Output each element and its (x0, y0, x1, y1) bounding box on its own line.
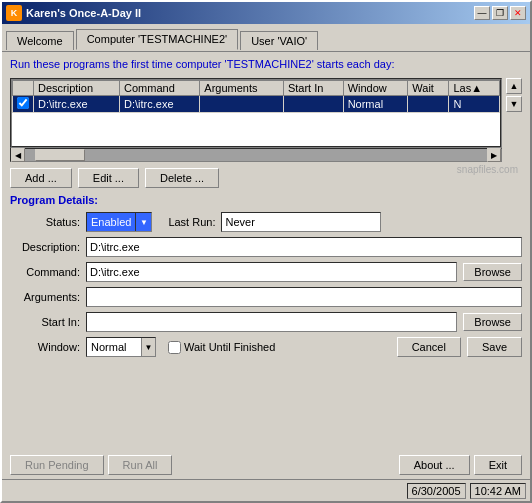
startin-label: Start In: (10, 316, 80, 328)
row-check-input[interactable] (17, 97, 29, 109)
row-command: D:\itrc.exe (120, 96, 200, 113)
arguments-row: Arguments: (10, 287, 522, 307)
watermark: snapfiles.com (457, 164, 522, 188)
hscroll-track[interactable] (25, 149, 487, 161)
status-label: Status: (10, 216, 80, 228)
edit-button[interactable]: Edit ... (78, 168, 139, 188)
status-value: Enabled (87, 216, 135, 228)
table-container: Description Command Arguments Start In W… (10, 78, 522, 162)
status-date: 6/30/2005 (407, 483, 466, 499)
save-button[interactable]: Save (467, 337, 522, 357)
footer-right: About ... Exit (399, 455, 522, 475)
program-details-form: Status: Enabled ▼ Last Run: Description:… (10, 212, 522, 357)
window-title: Karen's Once-A-Day II (26, 7, 141, 19)
arguments-label: Arguments: (10, 291, 80, 303)
title-bar: K Karen's Once-A-Day II — ❐ ✕ (2, 2, 530, 24)
window-row: Window: Normal ▼ Wait Until Finished Can… (10, 337, 522, 357)
status-dropdown-arrow[interactable]: ▼ (135, 213, 151, 231)
browse-startin-button[interactable]: Browse (463, 313, 522, 331)
col-check (13, 81, 34, 96)
status-row: Status: Enabled ▼ Last Run: (10, 212, 522, 232)
minimize-button[interactable]: — (474, 6, 490, 20)
command-input[interactable] (86, 262, 457, 282)
col-description: Description (34, 81, 120, 96)
wait-checkbox-label[interactable]: Wait Until Finished (168, 341, 275, 354)
last-run-input[interactable] (221, 212, 381, 232)
footer-row: Run Pending Run All About ... Exit (2, 451, 530, 479)
tab-bar: Welcome Computer 'TESTMACHINE2' User 'VA… (2, 24, 530, 52)
col-last: Las▲ (449, 81, 500, 96)
delete-button[interactable]: Delete ... (145, 168, 219, 188)
description-row: Description: (10, 237, 522, 257)
crud-buttons: Add ... Edit ... Delete ... snapfiles.co… (10, 168, 522, 188)
description-input[interactable] (86, 237, 522, 257)
add-button[interactable]: Add ... (10, 168, 72, 188)
restore-button[interactable]: ❐ (492, 6, 508, 20)
vscroll-down-button[interactable]: ▼ (506, 96, 522, 112)
row-last: N (449, 96, 500, 113)
app-icon: K (6, 5, 22, 21)
hscroll-left-button[interactable]: ◀ (11, 148, 25, 162)
hscroll-thumb[interactable] (35, 149, 85, 161)
wait-checkbox[interactable] (168, 341, 181, 354)
command-row: Command: Browse (10, 262, 522, 282)
row-arguments (200, 96, 284, 113)
command-label: Command: (10, 266, 80, 278)
programs-table-wrapper: Description Command Arguments Start In W… (10, 78, 502, 148)
run-pending-button[interactable]: Run Pending (10, 455, 104, 475)
startin-input[interactable] (86, 312, 457, 332)
last-run-group: Last Run: (168, 212, 381, 232)
title-bar-left: K Karen's Once-A-Day II (6, 5, 141, 21)
row-description: D:\itrc.exe (34, 96, 120, 113)
programs-table: Description Command Arguments Start In W… (12, 80, 500, 113)
wait-label: Wait Until Finished (184, 341, 275, 353)
startin-row: Start In: Browse (10, 312, 522, 332)
main-content: Run these programs the first time comput… (2, 52, 530, 451)
spacer (225, 168, 451, 188)
tab-user[interactable]: User 'VAIO' (240, 31, 318, 50)
description-label: Description: (10, 241, 80, 253)
window-label: Window: (10, 341, 80, 353)
run-all-button[interactable]: Run All (108, 455, 173, 475)
about-button[interactable]: About ... (399, 455, 470, 475)
footer-left: Run Pending Run All (10, 455, 172, 475)
status-dropdown[interactable]: Enabled ▼ (86, 212, 152, 232)
col-wait: Wait (408, 81, 449, 96)
arguments-input[interactable] (86, 287, 522, 307)
program-details-label: Program Details: (10, 194, 522, 206)
browse-command-button[interactable]: Browse (463, 263, 522, 281)
status-time: 10:42 AM (470, 483, 526, 499)
window-dropdown-arrow[interactable]: ▼ (141, 338, 155, 356)
hscroll-right-button[interactable]: ▶ (487, 148, 501, 162)
vscroll-up-button[interactable]: ▲ (506, 78, 522, 94)
status-right: 6/30/2005 10:42 AM (407, 483, 526, 499)
exit-button[interactable]: Exit (474, 455, 522, 475)
table-row[interactable]: D:\itrc.exe D:\itrc.exe Normal N (13, 96, 500, 113)
tab-welcome-label: Welcome (17, 35, 63, 47)
col-arguments: Arguments (200, 81, 284, 96)
vscroll-buttons: ▲ ▼ (506, 78, 522, 162)
close-button[interactable]: ✕ (510, 6, 526, 20)
row-wait (408, 96, 449, 113)
cancel-button[interactable]: Cancel (397, 337, 461, 357)
main-window: K Karen's Once-A-Day II — ❐ ✕ Welcome Co… (0, 0, 532, 503)
table-section: Description Command Arguments Start In W… (10, 78, 502, 162)
row-checkbox[interactable] (13, 96, 34, 113)
row-window: Normal (343, 96, 408, 113)
tab-welcome[interactable]: Welcome (6, 31, 74, 50)
col-command: Command (120, 81, 200, 96)
run-label: Run these programs the first time comput… (10, 58, 522, 70)
tab-user-label: User 'VAIO' (251, 35, 307, 47)
tab-computer[interactable]: Computer 'TESTMACHINE2' (76, 29, 239, 50)
hscrollbar[interactable]: ◀ ▶ (10, 148, 502, 162)
status-bar: 6/30/2005 10:42 AM (2, 479, 530, 501)
last-run-label: Last Run: (168, 216, 215, 228)
col-window: Window (343, 81, 408, 96)
tab-computer-label: Computer 'TESTMACHINE2' (87, 33, 228, 45)
title-buttons: — ❐ ✕ (474, 6, 526, 20)
window-value: Normal (87, 341, 141, 353)
col-startin: Start In (283, 81, 343, 96)
row-startin (283, 96, 343, 113)
window-dropdown[interactable]: Normal ▼ (86, 337, 156, 357)
